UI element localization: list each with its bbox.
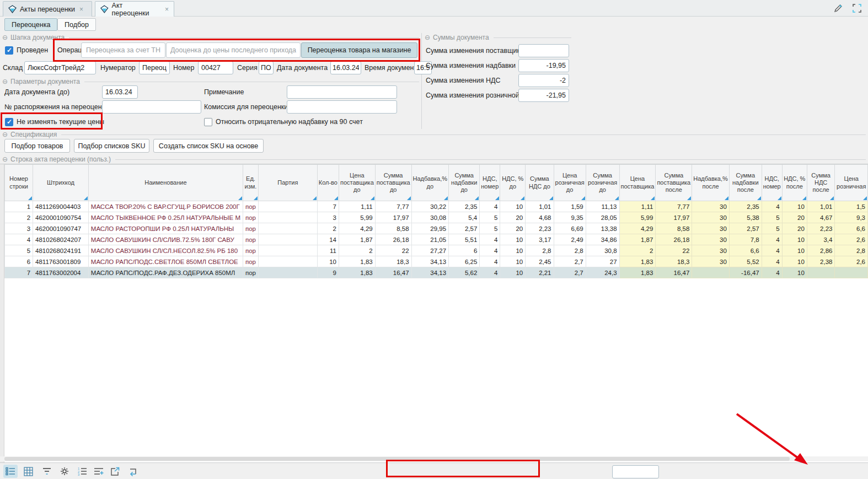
cell: 4,29 (339, 223, 375, 234)
column-header[interactable]: Сумма надбавки после (729, 165, 762, 201)
operation-btn-tn[interactable]: Переоценка за счет ТН (81, 42, 165, 58)
sum-retail-field[interactable] (518, 89, 569, 102)
doc-time-label: Время документа (365, 61, 421, 74)
collapse-icon[interactable]: ⊖ (2, 156, 8, 163)
cell: 6 (5, 256, 33, 267)
column-header[interactable]: Цена розничная до (554, 165, 586, 201)
cell: МАСЛО РАПС/ПОДС.СВЕТЛОЕ 850МЛ СВЕТЛОЕ (88, 256, 243, 267)
column-header[interactable]: Сумма поставщика после (656, 165, 692, 201)
grid-view-icon[interactable] (21, 465, 35, 478)
column-header[interactable]: Ед. изм. (243, 165, 259, 201)
barcode-input[interactable] (612, 465, 659, 478)
table-row[interactable]: 44810268024207МАСЛО САВУШКИН СЛ/СЛИВ.72.… (5, 234, 868, 245)
cell: 30 (692, 201, 730, 212)
operation-btn-last-arrival[interactable]: Дооценка до цены последнего прихода (166, 42, 301, 58)
tab-acts-revaluation[interactable]: Акты переоценки × (3, 1, 92, 17)
open-external-icon[interactable] (108, 465, 122, 478)
column-header[interactable]: Сумма надбавки до (449, 165, 480, 201)
row-selector-gutter[interactable] (0, 164, 4, 462)
sum-supplier-field[interactable] (518, 44, 569, 57)
column-header[interactable]: Наименование (88, 165, 243, 201)
column-header[interactable]: Надбавка,% после (692, 165, 730, 201)
cell: 5,52 (729, 256, 762, 267)
keep-prices-checkbox-row: Не изменять текущие цены (5, 115, 104, 128)
subtab-podbor[interactable]: Подбор (57, 18, 96, 31)
sum-vat-field[interactable] (518, 74, 569, 87)
commission-field[interactable] (287, 100, 397, 114)
note-field[interactable] (287, 85, 397, 99)
column-header[interactable]: Сумма поставщика до (375, 165, 411, 201)
cell: 10 (782, 245, 807, 256)
collapse-icon[interactable]: ⊖ (425, 34, 430, 41)
list-view-icon[interactable] (3, 465, 18, 478)
table-row[interactable]: 24620001090754МАСЛО ТЫКВЕННОЕ РФ 0.25Л Н… (5, 212, 868, 223)
cell: 5,51 (449, 234, 480, 245)
column-header[interactable]: Цена поставщика (619, 165, 656, 201)
table-row[interactable]: 34620001090747МАСЛО РАСТОРОПШИ РФ 0.25Л … (5, 223, 868, 234)
column-header[interactable]: Цена поставщика до (339, 165, 375, 201)
column-header[interactable]: Штрихкод (33, 165, 89, 201)
operation-btn-store[interactable]: Переоценка товара на магазине (301, 42, 417, 58)
sklad-field[interactable] (24, 61, 96, 74)
column-header[interactable]: Сумма НДС после (807, 165, 835, 201)
cell: 5,4 (449, 212, 480, 223)
cell: 4 (762, 245, 782, 256)
cell: 6,69 (554, 223, 586, 234)
filter-icon[interactable] (40, 465, 54, 478)
collapse-icon[interactable]: ⊖ (2, 34, 8, 41)
doc-date-field[interactable] (330, 61, 361, 74)
column-header[interactable]: Сумма розничная до (586, 165, 619, 201)
column-header[interactable]: Партия (259, 165, 318, 201)
column-header[interactable]: НДС, % до (500, 165, 526, 201)
column-header[interactable]: Номер строки (5, 165, 33, 201)
table-row[interactable]: 54810268024191МАСЛО САВУШКИН СЛ/СЛ.НЕСОЛ… (5, 245, 868, 256)
tab-close-icon[interactable]: × (165, 6, 169, 13)
table-row[interactable]: 14811269004403МАССА ТВОР.20% С ВАР.СГУЩ.… (5, 201, 868, 212)
table-row[interactable]: 64811763001809МАСЛО РАПС/ПОДС.СВЕТЛОЕ 85… (5, 256, 868, 267)
negative-markup-checkbox[interactable] (204, 118, 212, 126)
order-number-field[interactable] (102, 100, 201, 114)
column-header[interactable]: НДС, номер (480, 165, 500, 201)
column-header[interactable]: НДС, номер (762, 165, 782, 201)
keep-prices-label: Не изменять текущие цены (17, 118, 104, 126)
cell: 10 (500, 201, 526, 212)
cell: пор (243, 212, 259, 223)
cell: 20 (500, 223, 526, 234)
cell: 27 (586, 256, 619, 267)
fullscreen-icon[interactable] (851, 3, 862, 14)
numbered-list-icon[interactable]: 123 (75, 465, 89, 478)
table-row[interactable]: 74811763002004МАСЛО РАПС/ПОДС.РАФ.ДЕЗ.ОД… (5, 267, 868, 278)
numerator-field[interactable] (139, 61, 170, 74)
cell: 1 (5, 201, 33, 212)
add-rows-icon[interactable] (92, 465, 106, 478)
cell: 26,18 (375, 234, 411, 245)
settings-gear-icon[interactable] (57, 465, 72, 478)
date-to-field[interactable] (102, 85, 138, 99)
column-header[interactable]: Цена розничная (835, 165, 868, 201)
sum-markup-field[interactable] (518, 59, 569, 72)
column-header[interactable]: Сумма НДС до (526, 165, 554, 201)
horizontal-scrollbar[interactable] (0, 456, 868, 461)
tab-close-icon[interactable]: × (79, 6, 83, 13)
seria-field[interactable] (259, 61, 274, 74)
edit-pencil-icon[interactable] (833, 3, 844, 14)
cell: 20 (782, 223, 807, 234)
select-goods-button[interactable]: Подбор товаров (4, 139, 70, 153)
refresh-loop-icon[interactable] (126, 465, 140, 478)
nomer-field[interactable] (198, 61, 233, 74)
collapse-icon[interactable]: ⊖ (2, 131, 8, 138)
create-sku-list-button[interactable]: Создать список SKU на основе (153, 139, 264, 153)
subtab-bar: Переоценка Подбор (0, 17, 868, 31)
select-sku-lists-button[interactable]: Подбор списков SKU (74, 139, 149, 153)
keep-prices-checkbox[interactable] (5, 118, 13, 126)
cell: МАСЛО САВУШКИН СЛ/СЛИВ.72.5% 180Г САВУ (88, 234, 243, 245)
subtab-pereocenka[interactable]: Переоценка (4, 18, 57, 31)
collapse-icon[interactable]: ⊖ (2, 78, 8, 85)
proveden-checkbox[interactable] (5, 46, 13, 55)
column-header[interactable]: Кол-во (317, 165, 339, 201)
tab-act-revaluation[interactable]: Акт переоценки × (95, 1, 174, 17)
column-header[interactable]: НДС, % после (782, 165, 807, 201)
cell: 2,8 (835, 245, 868, 256)
column-header[interactable]: Надбавка,% до (411, 165, 449, 201)
scrollbar-thumb[interactable] (4, 457, 790, 461)
